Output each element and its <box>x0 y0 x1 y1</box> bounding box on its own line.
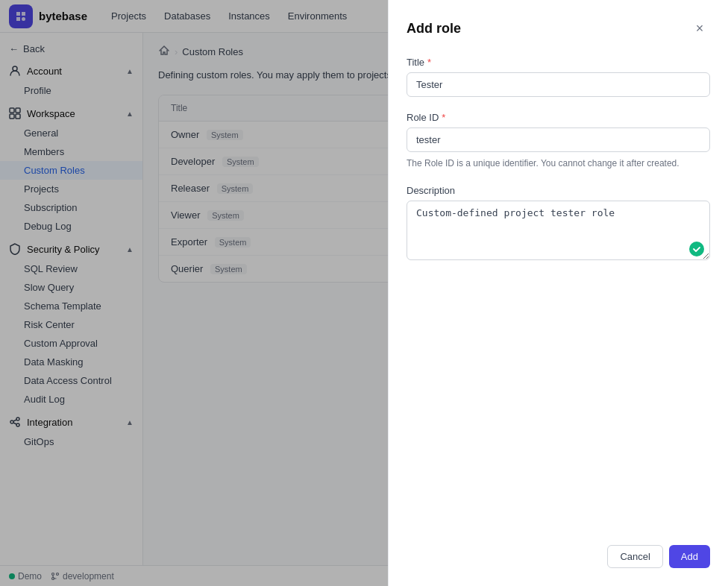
role-id-hint: The Role ID is a unique identifier. You … <box>407 157 710 170</box>
modal-footer: Cancel Add <box>407 530 710 568</box>
add-button[interactable]: Add <box>669 545 710 568</box>
description-textarea[interactable]: Custom-defined project tester role <box>407 201 710 260</box>
textarea-check-icon <box>689 242 704 256</box>
description-field-group: Description Custom-defined project teste… <box>407 185 710 262</box>
role-id-required: * <box>442 112 445 123</box>
title-label: Title * <box>407 57 710 68</box>
description-label: Description <box>407 185 710 196</box>
role-id-label: Role ID * <box>407 112 710 123</box>
role-id-input[interactable] <box>407 127 710 152</box>
add-role-modal: Add role × Title * Role ID * The Role ID… <box>388 0 728 586</box>
title-required: * <box>427 57 431 68</box>
cancel-button[interactable]: Cancel <box>607 545 662 568</box>
title-field-group: Title * <box>407 57 710 97</box>
modal-overlay: Add role × Title * Role ID * The Role ID… <box>0 0 728 586</box>
modal-close-button[interactable]: × <box>689 18 710 39</box>
description-textarea-wrapper: Custom-defined project tester role <box>407 201 710 262</box>
role-id-field-group: Role ID * The Role ID is a unique identi… <box>407 112 710 170</box>
modal-title: Add role <box>407 21 461 37</box>
title-input[interactable] <box>407 72 710 97</box>
modal-header: Add role × <box>407 18 710 39</box>
